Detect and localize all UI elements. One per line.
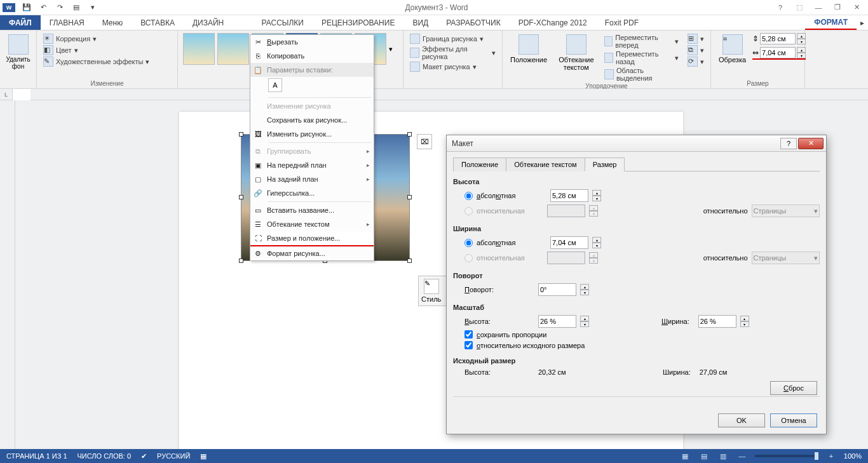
status-language[interactable]: РУССКИЙ	[157, 452, 190, 460]
qat-dropdown-icon[interactable]: ▾	[88, 3, 98, 13]
redo-icon[interactable]: ↷	[55, 3, 65, 13]
tab-file[interactable]: ФАЙЛ	[0, 15, 41, 30]
help-icon[interactable]: ?	[775, 3, 785, 13]
zoom-out-icon[interactable]: —	[736, 451, 749, 461]
width-up-icon[interactable]: ▴	[797, 47, 806, 53]
picture-layout-button[interactable]: Макет рисунка ▾	[409, 61, 497, 72]
resize-handle[interactable]	[407, 258, 412, 263]
vertical-ruler[interactable]	[0, 100, 15, 449]
spin-down-icon[interactable]: ▾	[740, 321, 749, 327]
tab-insert[interactable]: ВСТАВКА	[132, 15, 184, 30]
lock-aspect-checkbox[interactable]	[465, 330, 473, 339]
reset-button[interactable]: Сброс	[770, 381, 817, 395]
style-thumb[interactable]	[183, 33, 215, 65]
status-proofing-icon[interactable]: ✔	[141, 452, 147, 460]
height-absolute-input[interactable]	[550, 189, 588, 202]
status-word-count[interactable]: ЧИСЛО СЛОВ: 0	[78, 452, 132, 460]
read-mode-icon[interactable]: ▦	[679, 451, 691, 461]
selection-pane-button[interactable]: Область выделения	[603, 66, 680, 83]
width-input[interactable]	[760, 47, 796, 58]
group-button[interactable]: ⧉▾	[686, 44, 705, 56]
height-up-icon[interactable]: ▴	[797, 33, 806, 39]
spin-up-icon[interactable]: ▴	[592, 190, 601, 196]
layout-options-icon[interactable]: ⌧	[417, 134, 432, 149]
tab-menu[interactable]: Меню	[93, 15, 132, 30]
wrap-text-button[interactable]: Обтекание текстом	[556, 33, 596, 83]
resize-handle[interactable]	[407, 132, 412, 137]
status-page[interactable]: СТРАНИЦА 1 ИЗ 1	[6, 452, 67, 460]
status-macro-icon[interactable]: ▦	[200, 452, 207, 460]
resize-handle[interactable]	[239, 132, 243, 137]
web-layout-icon[interactable]: ▥	[717, 451, 729, 461]
spin-up-icon[interactable]: ▴	[580, 316, 589, 321]
new-doc-icon[interactable]: ▤	[71, 3, 81, 13]
cancel-button[interactable]: Отмена	[770, 413, 817, 427]
ctx-send-to-back[interactable]: ▢На задний план▸	[250, 172, 374, 186]
height-down-icon[interactable]: ▾	[797, 39, 806, 44]
relative-original-checkbox[interactable]	[465, 341, 473, 349]
save-icon[interactable]: 💾	[22, 3, 32, 13]
ctx-copy[interactable]: ⎘Копировать	[250, 49, 374, 63]
gallery-more-icon[interactable]: ▾	[389, 45, 393, 53]
minimize-icon[interactable]: —	[813, 3, 824, 13]
height-input[interactable]	[760, 33, 796, 44]
zoom-thumb[interactable]	[815, 452, 818, 460]
dialog-tab-position[interactable]: Положение	[453, 158, 506, 171]
tab-view[interactable]: ВИД	[403, 15, 437, 30]
tab-home[interactable]: ГЛАВНАЯ	[41, 15, 93, 30]
zoom-in-icon[interactable]: +	[825, 451, 837, 461]
style-thumb[interactable]	[217, 33, 249, 65]
align-button[interactable]: ⊞▾	[686, 33, 705, 44]
width-absolute-radio[interactable]	[465, 239, 473, 247]
picture-effects-button[interactable]: Эффекты для рисунка ▾	[409, 44, 497, 61]
resize-handle[interactable]	[239, 195, 243, 199]
zoom-level[interactable]: 100%	[844, 452, 862, 460]
ctx-bring-to-front[interactable]: ▣На передний план▸	[250, 158, 374, 172]
dialog-tab-size[interactable]: Размер	[585, 158, 625, 171]
tab-foxit[interactable]: Foxit PDF	[596, 15, 648, 30]
tab-review[interactable]: РЕЦЕНЗИРОВАНИЕ	[313, 15, 403, 30]
tab-scroll-icon[interactable]: ▸	[857, 15, 868, 30]
dialog-titlebar[interactable]: Макет ? ✕	[447, 135, 826, 152]
send-backward-button[interactable]: Переместить назад ▾	[603, 50, 680, 66]
ribbon-toggle-icon[interactable]: ⬚	[794, 3, 804, 13]
tab-design[interactable]: ДИЗАЙН	[184, 15, 233, 30]
tab-developer[interactable]: РАЗРАБОТЧИК	[437, 15, 510, 30]
ok-button[interactable]: OK	[718, 413, 765, 427]
close-icon[interactable]: ✕	[851, 3, 862, 13]
artistic-effects-button[interactable]: ✎Художественные эффекты ▾	[42, 56, 172, 67]
mini-style-button[interactable]: ✎Стиль	[421, 279, 441, 303]
paste-option-keep-text[interactable]: A	[268, 78, 282, 92]
rotation-input[interactable]	[538, 283, 576, 296]
scale-width-input[interactable]	[698, 315, 736, 328]
print-layout-icon[interactable]: ▤	[698, 451, 710, 461]
tab-mailings[interactable]: РАССЫЛКИ	[253, 15, 313, 30]
ctx-save-as-picture[interactable]: Сохранить как рисунок...	[250, 113, 374, 127]
maximize-icon[interactable]: ❐	[832, 3, 843, 13]
undo-icon[interactable]: ↶	[38, 3, 48, 13]
resize-handle[interactable]	[239, 258, 243, 263]
ctx-cut[interactable]: ✂Вырезать	[250, 35, 374, 49]
horizontal-ruler[interactable]	[31, 89, 868, 100]
spin-up-icon[interactable]: ▴	[580, 284, 589, 290]
width-down-icon[interactable]: ▾	[797, 53, 806, 58]
spin-down-icon[interactable]: ▾	[592, 243, 601, 248]
ctx-insert-caption[interactable]: ▭Вставить название...	[250, 203, 374, 217]
spin-up-icon[interactable]: ▴	[592, 237, 601, 243]
ruler-corner[interactable]: L	[0, 89, 13, 100]
spin-up-icon[interactable]: ▴	[740, 316, 749, 321]
ctx-size-and-position[interactable]: ⛶Размер и положение...	[250, 231, 374, 246]
ctx-change-picture[interactable]: 🖼Изменить рисунок...	[250, 127, 374, 141]
scale-height-input[interactable]	[538, 315, 576, 328]
dialog-help-icon[interactable]: ?	[780, 138, 797, 149]
ctx-hyperlink[interactable]: 🔗Гиперссылка...	[250, 186, 374, 200]
width-absolute-input[interactable]	[550, 236, 588, 249]
tab-pdfxchange[interactable]: PDF-XChange 2012	[510, 15, 596, 30]
ctx-wrap-text[interactable]: ☰Обтекание текстом▸	[250, 217, 374, 231]
bring-forward-button[interactable]: Переместить вперед ▾	[603, 33, 680, 50]
ctx-format-picture[interactable]: ⚙Формат рисунка...	[250, 246, 374, 260]
crop-button[interactable]: ⌗Обрезка	[716, 33, 749, 65]
spin-down-icon[interactable]: ▾	[580, 321, 589, 327]
resize-handle[interactable]	[407, 195, 412, 199]
dialog-close-icon[interactable]: ✕	[798, 138, 824, 149]
